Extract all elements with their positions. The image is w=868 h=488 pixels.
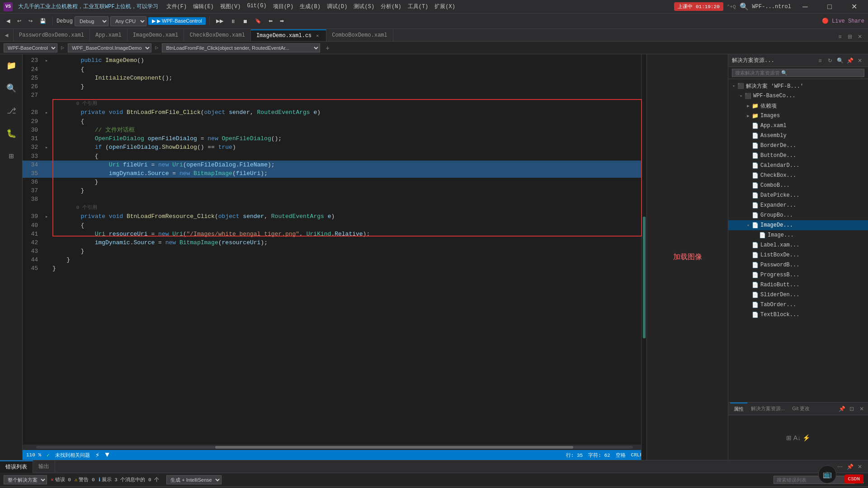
filter-icon[interactable]: ⚡ [95,450,100,460]
git-btn[interactable]: ⎇ [0,99,23,122]
menu-extensions[interactable]: 扩展(X) [432,2,458,11]
tree-groupboxdemo[interactable]: 📄 GroupBo... [728,210,868,220]
tree-app-xaml[interactable]: 📄 App.xaml [728,121,868,131]
menu-build[interactable]: 生成(B) [297,2,323,11]
pin-btn[interactable]: 📌 [845,56,854,65]
solution-search-input[interactable] [732,69,864,77]
tab-nav-left[interactable]: ◀ [0,29,14,41]
git-changes-tab[interactable]: Git 更改 [788,403,813,415]
debug-continue[interactable]: ▶▶ [213,17,226,25]
tree-labeldemo[interactable]: 📄 Label.xam... [728,240,868,250]
live-share-btn[interactable]: 🔴 Live Share [822,18,864,24]
explorer-btn[interactable]: 📁 [0,54,23,77]
undo-btn[interactable]: ↩ [14,17,24,25]
error-search-input[interactable] [774,476,855,484]
collapse-all-btn[interactable]: ≡ [816,56,825,65]
search-btn[interactable]: 🔍 [0,77,23,99]
minimize-button[interactable]: ─ [795,0,816,14]
tab-imagedemo-xaml[interactable]: ImageDemo.xaml [127,29,184,41]
scrollbar-horizontal[interactable] [23,445,646,450]
scroll-left-btn[interactable] [23,445,36,450]
nav-fwd[interactable]: ➡ [277,17,287,25]
debug-pause[interactable]: ⏸ [228,18,238,25]
tab-app[interactable]: App.xaml [90,29,127,41]
build-filter-dropdown[interactable]: 生成 + IntelliSense [166,475,222,484]
back-btn[interactable]: ◀ [4,17,13,25]
tab-close-all-btn[interactable]: ✕ [855,32,864,41]
tree-textblockdemo[interactable]: 📄 TextBlock... [728,310,868,320]
tree-radiodemo[interactable]: 📄 RadioButt... [728,280,868,290]
cpu-dropdown[interactable]: Any CPU x64 x86 [110,16,146,26]
tree-imagedemo-sub[interactable]: 📄 Image... [728,230,868,240]
tree-calendardemo[interactable]: 📄 CalendarD... [728,161,868,171]
tab-close-icon[interactable]: ✕ [314,33,321,39]
tree-imagedemo[interactable]: ▾ 📄 ImageDe... [728,220,868,230]
refresh-btn[interactable]: ↻ [826,56,835,65]
scope-filter-dropdown[interactable]: 整个解决方案 当前文件 [4,475,47,484]
dropdown-icon[interactable]: ▼ [105,451,109,459]
redo-btn[interactable]: ↪ [26,17,35,25]
member-dropdown[interactable]: BtnLoadFromFile_Click(object sender, Rou… [162,43,320,52]
add-member-btn[interactable]: + [326,44,329,52]
output-tab[interactable]: 输出 [33,460,55,473]
video-icon[interactable]: 📺 [818,465,836,483]
panel-close-btn[interactable]: ✕ [857,404,866,413]
tree-progressdemo[interactable]: 📄 ProgressB... [728,270,868,280]
menu-test[interactable]: 测试(S) [351,2,377,11]
tree-buttondemo[interactable]: 📄 ButtonDe... [728,151,868,161]
debug-sidebar-btn[interactable]: 🐛 [0,122,23,145]
properties-tab[interactable]: 属性 [730,403,747,415]
menu-view[interactable]: 视图(V) [217,2,244,11]
save-btn[interactable]: 💾 [37,17,49,25]
class-method-dropdown[interactable]: WPF_BaseControl.ImageDemo [68,43,151,52]
collapse-icon[interactable]: ▸ [45,57,51,65]
filter-btn[interactable]: 🔍 [835,56,844,65]
tree-expanderdemo[interactable]: 📄 Expander... [728,200,868,210]
menu-tools[interactable]: 工具(T) [405,2,431,11]
run-button[interactable]: ▶ ▶ WPF-BaseControl [148,17,206,25]
nav-back[interactable]: ⬅ [266,17,275,25]
close-panel-btn[interactable]: ✕ [855,56,864,65]
search-icon[interactable]: 🔍 [740,2,749,11]
tree-images[interactable]: ▶ 📁 Images [728,111,868,121]
extensions-btn[interactable]: ⊞ [0,145,23,167]
tab-split-btn[interactable]: ⊞ [845,32,854,41]
close-button[interactable]: ✕ [844,0,864,14]
prop-alpha-btn[interactable]: A↓ [793,434,801,441]
class-dropdown[interactable]: WPF-BaseControl [4,43,57,52]
panel-float-btn[interactable]: ⊡ [847,404,856,413]
tree-datepicker[interactable]: 📄 DatePicke... [728,190,868,200]
menu-edit[interactable]: 编辑(E) [190,2,217,11]
bookmark-btn[interactable]: 🔖 [252,17,264,25]
tree-taborderdemo[interactable]: 📄 TabOrder... [728,300,868,310]
tree-borderdemo[interactable]: 📄 BorderDe... [728,141,868,151]
solution-explorer-tab[interactable]: 解决方案资源... [747,403,788,415]
tab-passwordbox[interactable]: PasswordBoxDemo.xaml [14,29,90,41]
panel-pin-btn[interactable]: 📌 [837,404,846,413]
debug-stop[interactable]: ⏹ [240,18,250,25]
tab-imagedemo-cs[interactable]: ImageDemo.xaml.cs ✕ [251,29,326,41]
tree-passworddemo[interactable]: 📄 PasswordB... [728,260,868,270]
tab-comboboxdemo[interactable]: ComboBoxDemo.xaml [326,29,393,41]
tree-dependencies[interactable]: ▶ 📁 依赖项 [728,101,868,111]
code-content[interactable]: 23 ▸ public ImageDemo() 24 { 25 Initiali… [23,54,646,445]
tree-project[interactable]: ▾ ⬛ WPF-BaseCo... [728,91,868,101]
tree-listboxdemo[interactable]: 📄 ListBoxDe... [728,250,868,260]
prop-events-btn[interactable]: ⚡ [802,434,810,441]
csdn-logo-btn[interactable]: CSDN [844,474,863,483]
tab-checkboxdemo[interactable]: CheckBoxDemo.xaml [184,29,250,41]
menu-file[interactable]: 文件(F) [164,2,190,11]
tree-checkboxdemo[interactable]: 📄 CheckBox... [728,171,868,180]
debug-config-dropdown[interactable]: Debug Release [75,16,108,26]
error-list-tab[interactable]: 错误列表 [0,460,33,473]
tree-solution-root[interactable]: ▾ ⬛ 解决方案 'WPF-B...' [728,81,868,91]
menu-debug[interactable]: 调试(D) [324,2,350,11]
tree-sliderdemo[interactable]: 📄 SliderDen... [728,290,868,300]
panel-pin2-btn[interactable]: 📌 [845,464,854,470]
tree-combodemo[interactable]: 📄 ComboB... [728,180,868,190]
menu-git[interactable]: Git(G) [244,2,269,11]
prop-cat-btn[interactable]: ⊞ [786,434,792,441]
tab-list-btn[interactable]: ≡ [835,32,844,41]
panel-close2-btn[interactable]: ✕ [855,464,864,470]
menu-project[interactable]: 项目(P) [270,2,297,11]
